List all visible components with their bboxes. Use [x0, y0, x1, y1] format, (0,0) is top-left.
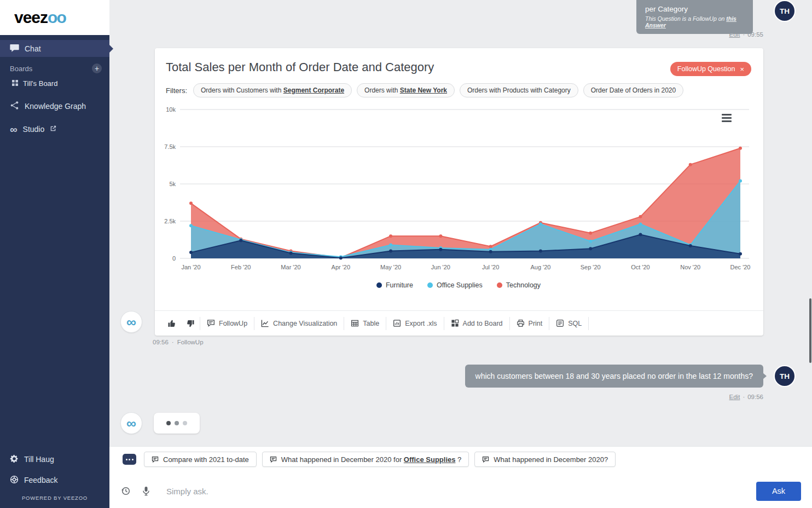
- svg-text:May '20: May '20: [380, 264, 401, 270]
- chat-icon: [10, 44, 19, 54]
- svg-text:0: 0: [172, 255, 176, 262]
- thumbs-down-icon: [186, 319, 195, 328]
- sidebar-item-tills-board[interactable]: Till's Board: [0, 76, 109, 90]
- sidebar-item-label: Till's Board: [23, 79, 57, 88]
- add-board-button[interactable]: +: [92, 64, 102, 73]
- change-visualization-button[interactable]: Change Visualization: [254, 311, 344, 336]
- legend-item-furniture[interactable]: Furniture: [376, 281, 413, 289]
- user-message-bubble: which customers between 18 and 30 years …: [465, 365, 763, 388]
- suggestions-menu-button[interactable]: [123, 454, 136, 465]
- veezoo-logo[interactable]: veezoo: [0, 0, 109, 35]
- filter-chip-state[interactable]: Orders with State New York: [357, 83, 455, 97]
- sidebar-item-feedback[interactable]: Feedback: [0, 470, 109, 490]
- svg-text:Dec '20: Dec '20: [730, 264, 751, 270]
- svg-text:Feb '20: Feb '20: [231, 264, 251, 270]
- filters-label: Filters:: [166, 86, 187, 95]
- legend-dot: [427, 282, 433, 288]
- suggestion-text: What happened in December 2020?: [494, 455, 608, 464]
- close-icon[interactable]: ×: [740, 65, 744, 73]
- filter-text: Orders with Products with Category: [467, 86, 571, 94]
- board-grid-icon: [12, 79, 18, 88]
- ask-button[interactable]: Ask: [756, 482, 801, 501]
- legend-item-technology[interactable]: Technology: [497, 281, 541, 289]
- sidebar-item-chat[interactable]: Chat: [0, 40, 109, 57]
- thumbs-up-icon: [167, 319, 176, 328]
- sidebar-item-knowledge-graph[interactable]: Knowledge Graph: [0, 97, 109, 116]
- thumbs-down-button[interactable]: [181, 311, 200, 336]
- sql-button[interactable]: SQL: [549, 311, 588, 336]
- legend-label: Technology: [506, 281, 541, 289]
- followup-button[interactable]: FollowUp: [200, 311, 254, 336]
- svg-text:Jan '20: Jan '20: [181, 264, 200, 270]
- feedback-label: Feedback: [24, 476, 57, 484]
- svg-text:Apr '20: Apr '20: [332, 264, 351, 270]
- sidebar-bottom: Till Haug Feedback POWERED BY VEEZOO: [0, 449, 109, 508]
- meta-dot: ·: [743, 394, 745, 400]
- legend-label: Office Supplies: [437, 281, 483, 289]
- feedback-icon: [10, 475, 19, 486]
- suggestion-december-2020[interactable]: What happened in December 2020?: [474, 452, 616, 467]
- microphone-button[interactable]: [138, 486, 154, 496]
- edit-link[interactable]: Edit: [729, 394, 740, 400]
- add-to-board-button[interactable]: Add to Board: [444, 311, 509, 336]
- typing-indicator: [154, 413, 200, 434]
- button-label: Export .xls: [405, 320, 437, 327]
- timestamp: 09:56: [747, 394, 763, 400]
- svg-text:Oct '20: Oct '20: [631, 264, 650, 270]
- veezoo-avatar: ∞: [120, 311, 142, 333]
- filter-text: Order Date of Orders in 2020: [591, 86, 676, 94]
- veezoo-app: veezoo Chat Boards + Till's Board: [0, 0, 812, 508]
- avatar-initials: TH: [780, 7, 790, 15]
- infinity-icon: ∞: [126, 315, 136, 329]
- meta-dot: ·: [172, 339, 174, 345]
- filter-chip-segment[interactable]: Orders with Customers with Segment Corpo…: [193, 83, 352, 97]
- history-button[interactable]: [118, 486, 134, 496]
- filter-value: Segment Corporate: [283, 86, 344, 94]
- answer-type-label: FollowUp: [177, 339, 204, 345]
- svg-text:2.5k: 2.5k: [164, 218, 176, 224]
- composer-panel: Compare with 2021 to-date What happened …: [109, 446, 812, 508]
- scrollbar-thumb[interactable]: [809, 298, 811, 363]
- filter-value: State New York: [400, 86, 447, 94]
- veezoo-avatar: ∞: [120, 412, 142, 434]
- suggestion-december-office-supplies[interactable]: What happened in December 2020 for Offic…: [262, 452, 469, 467]
- print-button[interactable]: Print: [510, 311, 549, 336]
- suggestion-compare-2021[interactable]: Compare with 2021 to-date: [144, 452, 257, 467]
- svg-text:Aug '20: Aug '20: [530, 264, 550, 270]
- user-name: Till Haug: [24, 455, 54, 464]
- ask-input[interactable]: [166, 480, 756, 503]
- user-avatar: TH: [774, 0, 796, 22]
- line-chart-icon: [261, 319, 269, 327]
- thumbs-up-button[interactable]: [163, 311, 181, 336]
- knowledge-graph-icon: [10, 101, 19, 112]
- sidebar-section-boards: Boards +: [0, 57, 109, 76]
- sales-area-chart[interactable]: 02.5k5k7.5k10kJan '20Feb '20Mar '20Apr '…: [161, 101, 756, 292]
- composer-row: Ask: [118, 480, 801, 503]
- microphone-icon: [142, 486, 150, 496]
- chart-canvas[interactable]: 02.5k5k7.5k10kJan '20Feb '20Mar '20Apr '…: [161, 101, 756, 277]
- export-xls-button[interactable]: Export .xls: [386, 311, 443, 336]
- logo-text-dark: veez: [14, 8, 48, 27]
- previous-question-bubble: per Category This Question is a FollowUp…: [636, 0, 753, 34]
- gear-icon: [10, 454, 19, 465]
- legend-item-office-supplies[interactable]: Office Supplies: [427, 281, 483, 289]
- external-link-icon: [50, 125, 56, 134]
- filter-chip-category[interactable]: Orders with Products with Category: [460, 83, 578, 97]
- infinity-icon: ∞: [126, 417, 136, 430]
- svg-text:Mar '20: Mar '20: [281, 264, 300, 270]
- sidebar-item-studio[interactable]: ∞ Studio: [0, 120, 109, 138]
- legend-dot: [376, 282, 382, 288]
- table-button[interactable]: Table: [344, 311, 386, 336]
- answer-meta: 09:56 · FollowUp: [153, 339, 204, 345]
- sql-icon: [556, 319, 564, 327]
- suggestions-row: Compare with 2021 to-date What happened …: [123, 452, 616, 467]
- sidebar-item-user-settings[interactable]: Till Haug: [0, 449, 109, 470]
- chart-context-menu-icon[interactable]: [722, 114, 732, 122]
- answer-title: Total Sales per Month of Order Date and …: [166, 60, 434, 74]
- boards-label: Boards: [10, 65, 32, 73]
- answer-toolbar: FollowUp Change Visualization Table Expo…: [155, 311, 763, 336]
- filter-chip-order-date[interactable]: Order Date of Orders in 2020: [583, 83, 683, 97]
- followup-question-pill[interactable]: FollowUp Question ×: [670, 62, 751, 76]
- svg-text:5k: 5k: [169, 181, 176, 187]
- answer-card: Total Sales per Month of Order Date and …: [155, 48, 763, 336]
